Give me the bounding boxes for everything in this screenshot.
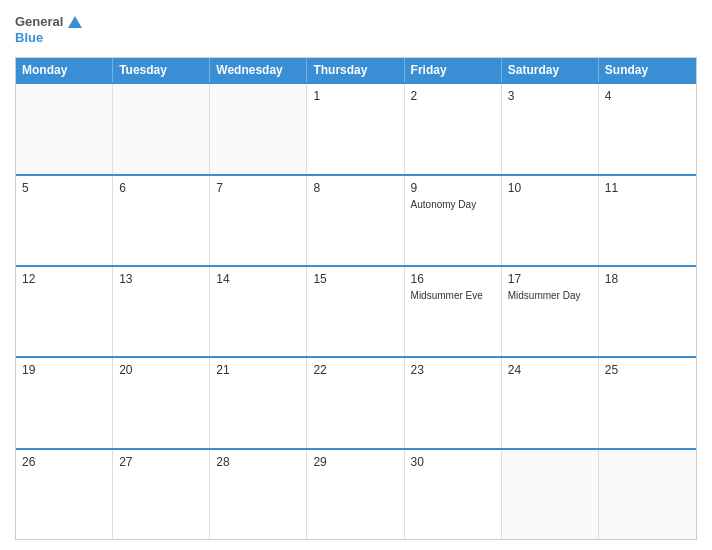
calendar-cell: 27 <box>113 450 210 539</box>
calendar-cell <box>599 450 696 539</box>
day-number: 28 <box>216 455 300 469</box>
day-number: 18 <box>605 272 690 286</box>
day-number: 9 <box>411 181 495 195</box>
calendar-cell: 1 <box>307 84 404 173</box>
day-number: 13 <box>119 272 203 286</box>
day-number: 19 <box>22 363 106 377</box>
day-number: 16 <box>411 272 495 286</box>
calendar-cell: 17Midsummer Day <box>502 267 599 356</box>
day-number: 5 <box>22 181 106 195</box>
calendar-cell: 22 <box>307 358 404 447</box>
day-number: 4 <box>605 89 690 103</box>
header-day-friday: Friday <box>405 58 502 82</box>
calendar-cell: 11 <box>599 176 696 265</box>
day-number: 22 <box>313 363 397 377</box>
calendar-cell <box>210 84 307 173</box>
calendar-cell: 19 <box>16 358 113 447</box>
page: General Blue MondayTuesdayWednesdayThurs… <box>0 0 712 550</box>
day-number: 2 <box>411 89 495 103</box>
logo: General Blue <box>15 14 82 45</box>
day-event: Autonomy Day <box>411 198 495 211</box>
calendar-cell: 25 <box>599 358 696 447</box>
logo-triangle-icon <box>68 16 82 28</box>
header-day-monday: Monday <box>16 58 113 82</box>
calendar-cell: 16Midsummer Eve <box>405 267 502 356</box>
day-number: 26 <box>22 455 106 469</box>
day-number: 10 <box>508 181 592 195</box>
day-number: 12 <box>22 272 106 286</box>
day-number: 1 <box>313 89 397 103</box>
calendar-cell: 14 <box>210 267 307 356</box>
day-number: 21 <box>216 363 300 377</box>
calendar-cell: 8 <box>307 176 404 265</box>
calendar-week-3: 1213141516Midsummer Eve17Midsummer Day18 <box>16 265 696 356</box>
calendar-cell: 20 <box>113 358 210 447</box>
calendar-body: 123456789Autonomy Day10111213141516Midsu… <box>16 82 696 539</box>
calendar-cell: 13 <box>113 267 210 356</box>
header-day-thursday: Thursday <box>307 58 404 82</box>
day-number: 27 <box>119 455 203 469</box>
day-number: 25 <box>605 363 690 377</box>
day-number: 14 <box>216 272 300 286</box>
calendar-cell: 4 <box>599 84 696 173</box>
calendar-cell <box>16 84 113 173</box>
calendar-cell <box>502 450 599 539</box>
header-day-wednesday: Wednesday <box>210 58 307 82</box>
calendar-cell: 7 <box>210 176 307 265</box>
calendar-cell <box>113 84 210 173</box>
calendar-cell: 30 <box>405 450 502 539</box>
logo-general-text: General <box>15 14 63 30</box>
header: General Blue <box>15 10 697 49</box>
calendar-header: MondayTuesdayWednesdayThursdayFridaySatu… <box>16 58 696 82</box>
calendar-cell: 21 <box>210 358 307 447</box>
day-number: 24 <box>508 363 592 377</box>
calendar-cell: 28 <box>210 450 307 539</box>
calendar-cell: 12 <box>16 267 113 356</box>
calendar-cell: 24 <box>502 358 599 447</box>
calendar-week-1: 1234 <box>16 82 696 173</box>
calendar-cell: 5 <box>16 176 113 265</box>
calendar-cell: 9Autonomy Day <box>405 176 502 265</box>
header-day-tuesday: Tuesday <box>113 58 210 82</box>
calendar-week-2: 56789Autonomy Day1011 <box>16 174 696 265</box>
calendar-cell: 15 <box>307 267 404 356</box>
calendar-week-4: 19202122232425 <box>16 356 696 447</box>
calendar-cell: 2 <box>405 84 502 173</box>
day-event: Midsummer Day <box>508 289 592 302</box>
calendar-cell: 26 <box>16 450 113 539</box>
day-number: 20 <box>119 363 203 377</box>
day-number: 3 <box>508 89 592 103</box>
day-number: 15 <box>313 272 397 286</box>
calendar-cell: 23 <box>405 358 502 447</box>
header-day-sunday: Sunday <box>599 58 696 82</box>
logo-blue-text: Blue <box>15 30 82 46</box>
calendar-cell: 29 <box>307 450 404 539</box>
day-number: 7 <box>216 181 300 195</box>
calendar-cell: 6 <box>113 176 210 265</box>
calendar-cell: 18 <box>599 267 696 356</box>
day-number: 8 <box>313 181 397 195</box>
day-number: 30 <box>411 455 495 469</box>
day-number: 17 <box>508 272 592 286</box>
day-event: Midsummer Eve <box>411 289 495 302</box>
day-number: 29 <box>313 455 397 469</box>
day-number: 6 <box>119 181 203 195</box>
calendar-cell: 3 <box>502 84 599 173</box>
calendar-week-5: 2627282930 <box>16 448 696 539</box>
day-number: 23 <box>411 363 495 377</box>
header-day-saturday: Saturday <box>502 58 599 82</box>
day-number: 11 <box>605 181 690 195</box>
calendar: MondayTuesdayWednesdayThursdayFridaySatu… <box>15 57 697 540</box>
calendar-cell: 10 <box>502 176 599 265</box>
